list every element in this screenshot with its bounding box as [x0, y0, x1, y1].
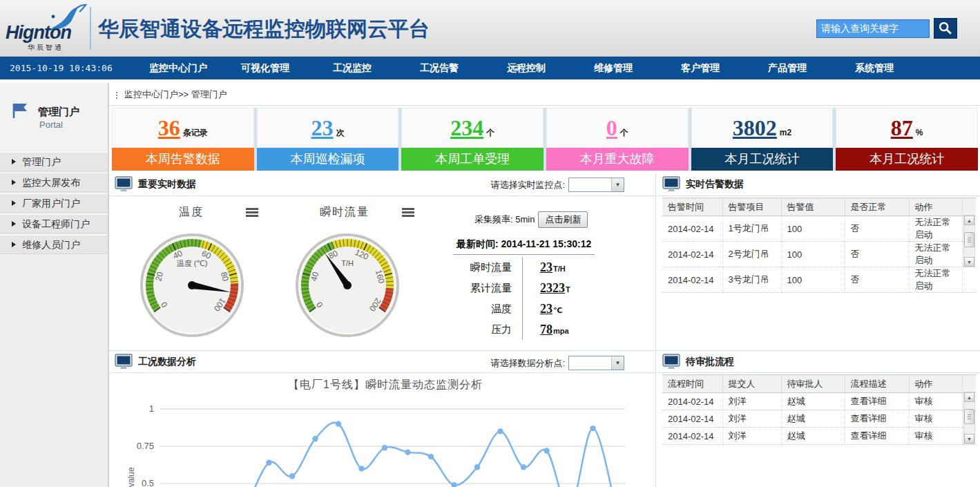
scroll-thumb[interactable]	[964, 409, 974, 424]
stat-value-link[interactable]: 0	[606, 115, 617, 141]
cell: 3号龙门吊	[722, 267, 781, 293]
stat-label[interactable]: 本月工况统计	[691, 148, 834, 171]
analysis-point-select[interactable]: ▼	[568, 356, 624, 370]
stat-value-link[interactable]: 87	[891, 115, 913, 141]
scroll-thumb[interactable]	[964, 232, 974, 247]
stat-card-weekly-alarms: 36 条记录 本周告警数据	[112, 108, 254, 171]
cell: 赵城	[781, 410, 845, 428]
sidebar-item-manufacturer-portal[interactable]: 厂家用户门户	[0, 193, 108, 213]
stat-value-link[interactable]: 23	[311, 115, 334, 141]
sidebar-item-engineer-portal[interactable]: 设备工程师门户	[0, 214, 108, 233]
chart-svg: 10.750.5value	[109, 390, 634, 487]
combo-field[interactable]	[569, 178, 611, 191]
chevron-down-icon[interactable]: ▼	[611, 178, 624, 191]
stat-label[interactable]: 本周工单受理	[401, 148, 544, 171]
nav-item-condition-monitor[interactable]: 工况监控	[309, 57, 396, 79]
readout-unit: mpa	[553, 327, 569, 335]
readout-value-link[interactable]: 78	[540, 323, 553, 337]
approvals-panel-header: 待审批流程	[657, 350, 980, 373]
gauge-menu-icon[interactable]	[246, 208, 258, 218]
divider	[109, 105, 980, 106]
stat-label[interactable]: 本周告警数据	[112, 148, 254, 171]
readout-label: 累计流量	[429, 282, 522, 295]
col-approver: 待审批人	[781, 375, 845, 393]
stat-unit: %	[916, 128, 923, 137]
stat-label[interactable]: 本周巡检漏项	[257, 148, 399, 171]
stat-value-link[interactable]: 234	[450, 115, 483, 141]
refresh-button[interactable]: 点击刷新	[538, 211, 588, 228]
stat-value-box: 0 个	[546, 108, 689, 148]
nav-item-customer[interactable]: 客户管理	[657, 57, 744, 79]
cell[interactable]: 审核	[909, 410, 962, 428]
chart-point	[497, 428, 503, 434]
stat-label[interactable]: 本月工况统计	[836, 148, 978, 171]
breadcrumb: 监控中心门户>> 管理门户	[116, 88, 227, 101]
cell[interactable]: 审核	[909, 428, 962, 445]
stat-value-box: 87 %	[836, 108, 978, 148]
readout-value-link[interactable]: 2323	[540, 281, 565, 296]
search-icon	[938, 21, 953, 36]
scroll-up-icon[interactable]: ▲	[964, 216, 974, 225]
gauge-menu-icon[interactable]	[402, 208, 414, 218]
cell: 无法正常启动	[909, 242, 962, 267]
col-alarm-time: 告警时间	[662, 198, 722, 216]
analysis-select-row: 请选择数据分析点: ▼	[490, 356, 624, 370]
flow-analysis-chart: 10.750.5value	[109, 390, 634, 487]
alarm-table-scrollbar[interactable]: ▲ ▼	[963, 215, 975, 267]
col-description: 流程描述	[845, 375, 909, 393]
cell[interactable]: 审核	[909, 393, 962, 410]
cell[interactable]: 查看详细	[845, 393, 909, 410]
cell: 2014-02-14	[662, 216, 722, 242]
cell: 2014-02-14	[662, 410, 722, 428]
chart-point	[451, 482, 457, 487]
sidebar-item-screen-publish[interactable]: 监控大屏发布	[0, 173, 108, 192]
nav-item-monitor-center[interactable]: 监控中心门户	[135, 57, 222, 79]
readout-value-link[interactable]: 23	[540, 260, 553, 275]
nav-item-remote-control[interactable]: 远程控制	[483, 57, 570, 79]
readout-row: 累计流量 2323T	[429, 278, 622, 298]
cell[interactable]: 查看详细	[845, 428, 909, 445]
chart-point	[312, 436, 318, 441]
scroll-down-icon[interactable]: ▼	[964, 257, 974, 267]
col-alarm-value: 告警值	[781, 198, 845, 216]
table-row[interactable]: 2014-02-141号龙门吊100否无法正常启动	[662, 216, 976, 242]
scroll-up-icon[interactable]: ▲	[964, 392, 974, 402]
cell: 100	[781, 267, 845, 293]
cell: 赵城	[781, 428, 845, 445]
table-header-spacer	[962, 198, 976, 216]
logo[interactable]: Hignton 华辰智通	[4, 4, 88, 52]
readout-label: 温度	[429, 303, 522, 316]
stat-unit: m2	[780, 128, 791, 137]
table-row[interactable]: 2014-02-14刘洋赵城查看详细审核	[662, 410, 976, 428]
app-header: Hignton 华辰智通 华辰智通设备远程监控物联网云平台	[0, 0, 980, 57]
search-button[interactable]	[934, 18, 957, 39]
panel-separator	[655, 173, 656, 487]
scroll-down-icon[interactable]: ▼	[964, 434, 974, 443]
nav-item-visualization[interactable]: 可视化管理	[222, 57, 309, 79]
sidebar-item-admin-portal[interactable]: 管理门户	[0, 152, 108, 171]
readout-unit: T/H	[553, 265, 566, 273]
sidebar-item-repairer-portal[interactable]: 维修人员门户	[0, 235, 108, 254]
latest-time-label: 最新时间: 2014-11-21 15:30:12	[457, 238, 591, 251]
combo-field[interactable]	[569, 356, 611, 370]
nav-item-condition-alarm[interactable]: 工况告警	[396, 57, 483, 79]
realtime-point-select[interactable]: ▼	[568, 178, 624, 192]
panel-title: 工况数据分析	[138, 356, 196, 368]
readout-value-link[interactable]: 23	[540, 302, 553, 316]
table-row[interactable]: 2014-02-143号龙门吊100否无法正常启动	[662, 267, 976, 293]
table-row[interactable]: 2014-02-142号龙门吊100否无法正常启动	[662, 242, 976, 267]
approval-table-scrollbar[interactable]: ▲ ▼	[963, 392, 975, 444]
nav-item-product[interactable]: 产品管理	[744, 57, 831, 79]
cell[interactable]: 查看详细	[845, 410, 909, 428]
stat-label[interactable]: 本月重大故障	[546, 148, 689, 171]
stat-value-link[interactable]: 36	[158, 115, 180, 141]
nav-item-system[interactable]: 系统管理	[831, 57, 918, 79]
chevron-down-icon[interactable]: ▼	[611, 356, 624, 370]
table-row[interactable]: 2014-02-14刘洋赵城查看详细审核	[662, 428, 976, 445]
stat-value-link[interactable]: 3802	[733, 115, 777, 141]
search-input[interactable]	[816, 19, 930, 38]
table-row[interactable]: 2014-02-14刘洋赵城查看详细审核	[662, 393, 976, 410]
nav-item-maintenance[interactable]: 维修管理	[570, 57, 657, 79]
col-alarm-item: 告警项目	[722, 198, 781, 216]
frequency-row: 采集频率: 5min 点击刷新	[474, 211, 588, 228]
